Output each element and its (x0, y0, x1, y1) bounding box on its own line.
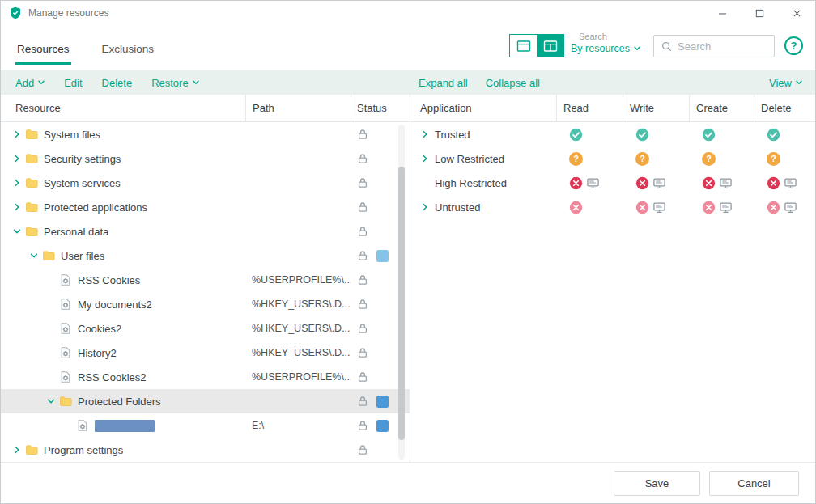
log-monitor-icon[interactable] (652, 201, 666, 214)
resource-label: History2 (78, 347, 117, 359)
chevron-right-icon[interactable] (417, 152, 433, 165)
chevron-down-icon[interactable] (43, 395, 59, 408)
chevron-down-icon[interactable] (26, 249, 42, 262)
block-icon[interactable] (767, 201, 780, 214)
lock-icon (356, 152, 369, 165)
resource-label: System files (44, 129, 100, 141)
tree-row-personal-data[interactable]: Personal data (1, 219, 410, 244)
prompt-icon[interactable]: ? (569, 152, 583, 166)
window-title: Manage resources (28, 7, 108, 19)
save-button[interactable]: Save (614, 471, 700, 496)
block-icon[interactable] (635, 201, 649, 214)
folder-icon (25, 152, 38, 165)
search-input[interactable] (678, 40, 767, 53)
app-row-untrusted[interactable]: Untrusted (410, 195, 815, 219)
column-header-path[interactable]: Path (245, 95, 351, 121)
edit-button[interactable]: Edit (64, 77, 82, 89)
block-icon[interactable] (569, 176, 583, 190)
block-icon[interactable] (702, 176, 716, 190)
app-row-trusted[interactable]: Trusted (410, 122, 815, 146)
log-monitor-icon[interactable] (784, 201, 797, 214)
gear-file-icon (59, 371, 72, 383)
tree-row-protected-applications[interactable]: Protected applications (1, 195, 410, 219)
tree-row-security-settings[interactable]: Security settings (1, 146, 410, 171)
chevron-right-icon[interactable] (9, 176, 25, 189)
chevron-right-icon[interactable] (417, 201, 433, 214)
tree-row-rss-cookies2[interactable]: RSS Cookies2 %USERPROFILE%\... (1, 365, 410, 389)
single-panel-view-button[interactable] (509, 34, 537, 57)
scrollbar-thumb[interactable] (398, 167, 405, 440)
app-row-low-restricted[interactable]: Low Restricted ? ? ? ? (410, 146, 815, 171)
log-monitor-icon[interactable] (784, 176, 797, 190)
tree-row-my-documents2[interactable]: My documents2 %HKEY_USERS\.D... (1, 292, 410, 316)
split-panel-view-button[interactable] (537, 34, 564, 57)
prompt-icon[interactable]: ? (702, 152, 716, 166)
log-monitor-icon[interactable] (586, 176, 600, 190)
vertical-scrollbar[interactable] (398, 125, 405, 460)
chevron-right-icon[interactable] (9, 152, 25, 165)
kaspersky-shield-icon (9, 6, 22, 19)
allow-icon[interactable] (569, 128, 583, 142)
tree-row-history2[interactable]: History2 %HKEY_USERS\.D... (1, 341, 410, 365)
restore-button[interactable]: Restore (151, 77, 199, 89)
status-marker (376, 420, 389, 432)
chevron-down-icon[interactable] (9, 225, 25, 238)
add-button[interactable]: Add (15, 77, 45, 89)
tree-row-program-settings[interactable]: Program settings (1, 438, 410, 462)
minimize-button[interactable] (703, 1, 741, 25)
column-header-application[interactable]: Application (410, 95, 556, 121)
status-marker (376, 250, 389, 262)
view-button[interactable]: View (769, 77, 802, 89)
maximize-button[interactable] (741, 1, 778, 25)
prompt-icon[interactable]: ? (767, 152, 780, 166)
allow-icon[interactable] (702, 128, 716, 142)
allow-icon[interactable] (635, 128, 649, 142)
column-header-read[interactable]: Read (556, 95, 623, 121)
log-monitor-icon[interactable] (719, 201, 733, 214)
column-header-create[interactable]: Create (689, 95, 754, 121)
search-mode-dropdown[interactable]: By resources (571, 43, 640, 54)
title-bar: Manage resources (1, 1, 815, 25)
block-icon[interactable] (635, 176, 649, 190)
column-header-delete[interactable]: Delete (754, 95, 815, 121)
tree-row-system-files[interactable]: System files (1, 122, 410, 146)
lock-icon (356, 371, 369, 383)
column-header-resource[interactable]: Resource (1, 95, 245, 121)
expand-all-button[interactable]: Expand all (419, 77, 468, 89)
tree-row-system-services[interactable]: System services (1, 171, 410, 195)
folder-icon (25, 201, 38, 214)
close-button[interactable] (778, 1, 815, 25)
block-icon[interactable] (702, 201, 716, 214)
chevron-right-icon[interactable] (9, 201, 25, 214)
tab-exclusions[interactable]: Exclusions (100, 40, 156, 65)
chevron-down-icon (193, 80, 199, 85)
prompt-icon[interactable]: ? (635, 152, 649, 166)
tree-row-user-files[interactable]: User files (1, 244, 410, 268)
block-icon[interactable] (569, 201, 583, 214)
app-group-label: Low Restricted (435, 153, 504, 165)
tree-row-protected-folders[interactable]: Protected Folders (1, 389, 410, 413)
app-row-high-restricted[interactable]: High Restricted (410, 171, 815, 195)
column-header-write[interactable]: Write (623, 95, 689, 121)
folder-icon (25, 128, 38, 141)
tab-resources[interactable]: Resources (15, 40, 71, 65)
log-monitor-icon[interactable] (652, 176, 666, 190)
allow-icon[interactable] (767, 128, 780, 142)
chevron-right-icon[interactable] (417, 128, 433, 141)
resource-path: %HKEY_USERS\.D... (245, 347, 351, 358)
chevron-right-icon[interactable] (9, 443, 25, 456)
collapse-all-button[interactable]: Collapse all (486, 77, 540, 89)
cancel-button[interactable]: Cancel (709, 471, 799, 496)
block-icon[interactable] (767, 176, 780, 190)
lock-icon (356, 176, 369, 189)
resources-panel: Resource Path Status System files Securi… (1, 95, 410, 462)
chevron-right-icon[interactable] (9, 128, 25, 141)
tree-row-rss-cookies[interactable]: RSS Cookies %USERPROFILE%\... (1, 268, 410, 292)
column-header-status[interactable]: Status (351, 95, 410, 121)
tree-row-protected-folder-item[interactable]: E:\ (1, 413, 410, 438)
delete-button[interactable]: Delete (102, 77, 133, 89)
log-monitor-icon[interactable] (719, 176, 733, 190)
app-group-label: Trusted (435, 129, 470, 141)
tree-row-cookies2[interactable]: Cookies2 %HKEY_USERS\.D... (1, 316, 410, 341)
help-button[interactable]: ? (784, 36, 803, 55)
